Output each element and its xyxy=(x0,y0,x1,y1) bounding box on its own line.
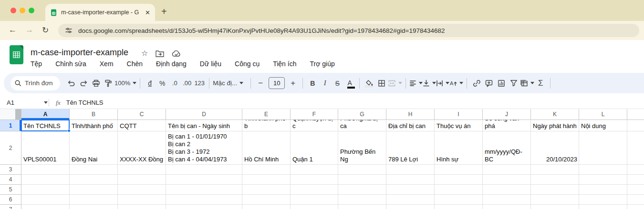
cell-G6[interactable] xyxy=(338,195,386,205)
cell-H6[interactable] xyxy=(386,195,435,205)
document-title[interactable]: m-case-importer-example xyxy=(31,48,128,58)
undo-button[interactable] xyxy=(65,77,77,90)
cell-C6[interactable] xyxy=(118,195,166,205)
column-header-D[interactable]: D xyxy=(166,109,242,120)
cell-E4[interactable] xyxy=(242,175,291,185)
sheets-logo-icon[interactable] xyxy=(10,45,23,64)
strikethrough-button[interactable]: S xyxy=(331,77,343,90)
row-header-3[interactable]: 3 xyxy=(0,165,21,175)
back-icon[interactable]: ← xyxy=(9,25,17,35)
url-text[interactable]: docs.google.com/spreadsheets/d/153Jo5-wl… xyxy=(78,27,445,34)
star-icon[interactable]: ☆ xyxy=(141,49,148,58)
cell-M6[interactable] xyxy=(627,195,644,205)
cell-B2[interactable]: Đồng Nai xyxy=(70,131,118,165)
menu-chen[interactable]: Chèn xyxy=(126,59,144,69)
cell-H2[interactable]: 789 Lê Lợi xyxy=(386,131,435,165)
currency-format-button[interactable]: đ xyxy=(144,77,156,90)
cell-L4[interactable] xyxy=(579,175,627,185)
menus-search-button[interactable]: Trình đơn xyxy=(10,76,60,90)
cell-M5[interactable] xyxy=(627,185,644,195)
cell-H1[interactable]: Địa chỉ bị can xyxy=(386,120,435,131)
cell-F6[interactable] xyxy=(291,195,338,205)
cell-H3[interactable] xyxy=(386,165,435,175)
text-wrap-button[interactable] xyxy=(436,77,449,90)
cell-J7[interactable] xyxy=(483,205,531,209)
paint-format-button[interactable] xyxy=(102,77,114,90)
cell-B6[interactable] xyxy=(70,195,118,205)
cell-M7[interactable] xyxy=(627,205,644,209)
row-header-4[interactable]: 4 xyxy=(0,175,21,185)
cell-L5[interactable] xyxy=(579,185,627,195)
italic-button[interactable]: I xyxy=(319,77,331,90)
maximize-window-button[interactable] xyxy=(29,8,34,13)
cell-F3[interactable] xyxy=(291,165,338,175)
more-formats-button[interactable]: 123 xyxy=(193,77,206,90)
cell-C3[interactable] xyxy=(118,165,166,175)
horizontal-align-button[interactable] xyxy=(409,77,423,90)
cell-H4[interactable] xyxy=(386,175,435,185)
text-color-button[interactable]: A xyxy=(343,77,356,90)
cell-C5[interactable] xyxy=(118,185,166,195)
cell-K7[interactable] xyxy=(531,205,579,209)
row-header-5[interactable]: 5 xyxy=(0,185,21,195)
cell-D3[interactable] xyxy=(166,165,242,175)
cell-L7[interactable] xyxy=(579,205,627,209)
cell-I2[interactable]: Hình sự xyxy=(435,131,483,165)
cell-A5[interactable] xyxy=(21,185,70,195)
cell-H7[interactable] xyxy=(386,205,435,209)
column-header-I[interactable]: I xyxy=(435,109,483,120)
forward-icon[interactable]: → xyxy=(25,25,33,35)
cell-C4[interactable] xyxy=(118,175,166,185)
cell-D1[interactable]: Tên bị can - Ngày sinh xyxy=(166,120,242,131)
column-header-C[interactable]: C xyxy=(118,109,166,120)
cell-G7[interactable] xyxy=(338,205,386,209)
cell-L3[interactable] xyxy=(579,165,627,175)
cell-B7[interactable] xyxy=(70,205,118,209)
cell-K1[interactable]: Ngày phát hành xyxy=(531,120,579,131)
cell-I7[interactable] xyxy=(435,205,483,209)
zoom-select[interactable]: 100% xyxy=(114,77,136,90)
cell-D7[interactable] xyxy=(166,205,242,209)
cell-J3[interactable] xyxy=(483,165,531,175)
insert-link-button[interactable] xyxy=(470,77,483,90)
menu-tro-giup[interactable]: Trợ giúp xyxy=(309,59,335,69)
cell-K5[interactable] xyxy=(531,185,579,195)
cell-J2[interactable]: mm/yyyy/QĐ-BC xyxy=(483,131,531,165)
vertical-align-button[interactable] xyxy=(423,77,436,90)
print-button[interactable] xyxy=(90,77,102,90)
cell-E3[interactable] xyxy=(242,165,291,175)
cell-C1[interactable]: CQTT xyxy=(118,120,166,131)
formula-input[interactable]: Tên TCHNLS xyxy=(66,99,104,106)
address-bar[interactable]: docs.google.com/spreadsheets/d/153Jo5-wl… xyxy=(58,24,639,37)
fill-color-button[interactable] xyxy=(363,77,375,90)
column-header-H[interactable]: H xyxy=(386,109,435,120)
cell-J6[interactable] xyxy=(483,195,531,205)
cell-M1[interactable] xyxy=(627,120,644,131)
cell-M3[interactable] xyxy=(627,165,644,175)
menu-dinh-dang[interactable]: Định dạng xyxy=(155,59,187,69)
cell-H5[interactable] xyxy=(386,185,435,195)
cell-B5[interactable] xyxy=(70,185,118,195)
create-filter-button[interactable] xyxy=(508,77,520,90)
new-tab-button[interactable]: + xyxy=(161,5,167,18)
cell-K3[interactable] xyxy=(531,165,579,175)
cell-A6[interactable] xyxy=(21,195,70,205)
table-views-button[interactable] xyxy=(520,77,534,90)
cell-K6[interactable] xyxy=(531,195,579,205)
decrease-font-size-button[interactable]: − xyxy=(254,77,267,90)
move-to-folder-icon[interactable] xyxy=(156,50,164,57)
cell-I4[interactable] xyxy=(435,175,483,185)
cell-E1[interactable]: Tỉnh/thành phố b xyxy=(242,120,291,131)
percent-format-button[interactable]: % xyxy=(156,77,168,90)
column-header-G[interactable]: G xyxy=(338,109,386,120)
cell-E5[interactable] xyxy=(242,185,291,195)
cell-J4[interactable] xyxy=(483,175,531,185)
row-header-2[interactable]: 2 xyxy=(0,131,21,165)
cell-M2[interactable] xyxy=(627,131,644,165)
cell-I1[interactable]: Thuộc vụ án xyxy=(435,120,483,131)
redo-button[interactable] xyxy=(77,77,90,90)
text-rotation-button[interactable]: A xyxy=(449,77,463,90)
cell-F2[interactable]: Quận 1 xyxy=(291,131,338,165)
cell-L1[interactable]: Nội dung xyxy=(579,120,627,131)
cell-E6[interactable] xyxy=(242,195,291,205)
